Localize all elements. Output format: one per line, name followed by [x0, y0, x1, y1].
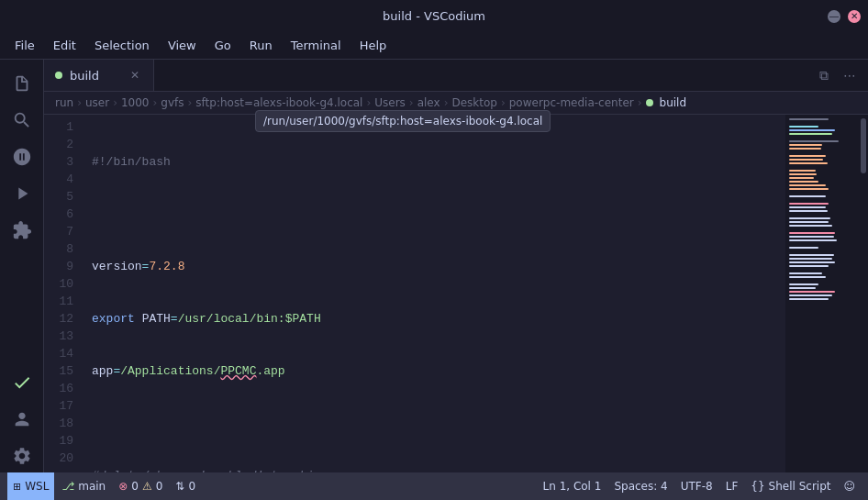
breadcrumb-build[interactable]: build — [660, 96, 687, 109]
error-count: 0 — [131, 480, 139, 493]
menu-edit[interactable]: Edit — [46, 36, 83, 55]
status-bar: ⊞ WSL ⎇ main ⊗ 0 ⚠ 0 ⇅ 0 Ln 1, Col 1 Spa… — [0, 472, 868, 500]
line-numbers: 1 2 3 4 5 6 7 8 9 10 11 12 13 14 15 16 1… — [44, 115, 88, 472]
editor-area: build ✕ ⧉ ⋯ run › user › 1000 › gvfs › s… — [44, 60, 868, 472]
menu-bar: File Edit Selection View Go Run Terminal… — [0, 32, 868, 60]
activity-extensions[interactable] — [6, 214, 39, 247]
activity-bar — [0, 60, 44, 472]
title-bar: build - VSCodium — ✕ — [0, 0, 868, 32]
activity-files[interactable] — [6, 67, 39, 100]
error-icon: ⊗ — [118, 480, 128, 493]
breadcrumb-user[interactable]: user — [85, 96, 109, 109]
encoding-text: UTF-8 — [681, 480, 713, 493]
breadcrumb-users[interactable]: Users — [374, 96, 406, 109]
breadcrumb: run › user › 1000 › gvfs › sftp:host=ale… — [44, 92, 868, 115]
tab-close-button[interactable]: ✕ — [128, 68, 142, 83]
breadcrumb-gvfs[interactable]: gvfs — [161, 96, 184, 109]
window-controls: — ✕ — [828, 10, 861, 23]
status-errors[interactable]: ⊗ 0 ⚠ 0 — [113, 472, 168, 500]
menu-view[interactable]: View — [161, 36, 204, 55]
minimap[interactable] — [785, 115, 859, 472]
status-wsl[interactable]: ⊞ WSL — [7, 472, 54, 500]
minimize-button[interactable]: — — [828, 10, 840, 23]
code-line-4: export PATH=/usr/local/bin:$PATH — [88, 310, 785, 328]
feedback-icon: ☺ — [843, 480, 855, 493]
breadcrumb-tooltip: /run/user/1000/gvfs/sftp:host=alexs-iboo… — [255, 110, 551, 132]
activity-settings[interactable] — [6, 439, 39, 472]
breadcrumb-alex[interactable]: alex — [417, 96, 440, 109]
code-line-2 — [88, 206, 785, 223]
tab-build[interactable]: build ✕ — [44, 60, 154, 91]
language-text: Shell Script — [769, 480, 831, 493]
breadcrumb-sftp[interactable]: sftp:host=alexs-ibook-g4.local — [195, 96, 362, 109]
minimap-content — [785, 115, 859, 306]
wsl-label: WSL — [25, 480, 49, 493]
breadcrumb-powerpc[interactable]: powerpc-media-center — [509, 96, 634, 109]
more-actions-button[interactable]: ⋯ — [839, 64, 861, 86]
window-title: build - VSCodium — [383, 9, 485, 23]
spaces-text: Spaces: 4 — [614, 480, 667, 493]
status-feedback[interactable]: ☺ — [838, 472, 861, 500]
position-text: Ln 1, Col 1 — [543, 480, 602, 493]
activity-account[interactable] — [6, 403, 39, 436]
tab-label: build — [70, 69, 120, 83]
status-language[interactable]: {} Shell Script — [745, 472, 836, 500]
menu-go[interactable]: Go — [207, 36, 239, 55]
wsl-icon: ⊞ — [13, 481, 21, 493]
vertical-scrollbar[interactable] — [859, 115, 868, 472]
warning-count: 0 — [156, 480, 163, 493]
language-icon: {} — [751, 480, 764, 493]
status-position[interactable]: Ln 1, Col 1 — [538, 472, 607, 500]
code-line-1: #!/bin/bash — [88, 153, 785, 171]
activity-search[interactable] — [6, 104, 39, 137]
scrollbar-thumb[interactable] — [861, 118, 866, 173]
menu-file[interactable]: File — [7, 36, 42, 55]
code-line-6 — [88, 415, 785, 432]
code-editor[interactable]: 1 2 3 4 5 6 7 8 9 10 11 12 13 14 15 16 1… — [44, 115, 868, 472]
branch-name: main — [78, 480, 106, 493]
breadcrumb-run[interactable]: run — [55, 96, 73, 109]
breadcrumb-dot — [646, 99, 653, 106]
breadcrumb-1000[interactable]: 1000 — [121, 96, 150, 109]
code-content[interactable]: #!/bin/bash version=7.2.8 export PATH=/u… — [88, 115, 785, 472]
status-remote[interactable]: ⇅ 0 — [170, 472, 201, 500]
remote-icon: ⇅ — [175, 480, 184, 493]
code-line-7: #delete/change 'enabled' to skip — [88, 467, 785, 472]
menu-selection[interactable]: Selection — [87, 36, 157, 55]
menu-terminal[interactable]: Terminal — [284, 36, 349, 55]
menu-help[interactable]: Help — [352, 36, 395, 55]
line-ending-text: LF — [726, 480, 739, 493]
remote-count: 0 — [188, 480, 195, 493]
status-spaces[interactable]: Spaces: 4 — [608, 472, 673, 500]
activity-check[interactable] — [6, 366, 39, 399]
tab-actions: ⧉ ⋯ — [813, 60, 868, 91]
menu-run[interactable]: Run — [242, 36, 280, 55]
tab-dot — [55, 72, 62, 79]
status-line-ending[interactable]: LF — [720, 472, 744, 500]
git-branch-icon: ⎇ — [61, 480, 74, 493]
activity-run[interactable] — [6, 177, 39, 210]
status-encoding[interactable]: UTF-8 — [675, 472, 718, 500]
code-line-3: version=7.2.8 — [88, 258, 785, 275]
split-editor-button[interactable]: ⧉ — [813, 64, 835, 86]
tab-bar: build ✕ ⧉ ⋯ — [44, 60, 868, 92]
code-line-5: app=/Applications/PPCMC.app — [88, 362, 785, 380]
warning-icon: ⚠ — [142, 480, 152, 493]
main-layout: build ✕ ⧉ ⋯ run › user › 1000 › gvfs › s… — [0, 60, 868, 472]
activity-git[interactable] — [6, 140, 39, 173]
close-button[interactable]: ✕ — [848, 10, 861, 23]
status-branch[interactable]: ⎇ main — [56, 472, 111, 500]
breadcrumb-desktop[interactable]: Desktop — [451, 96, 497, 109]
